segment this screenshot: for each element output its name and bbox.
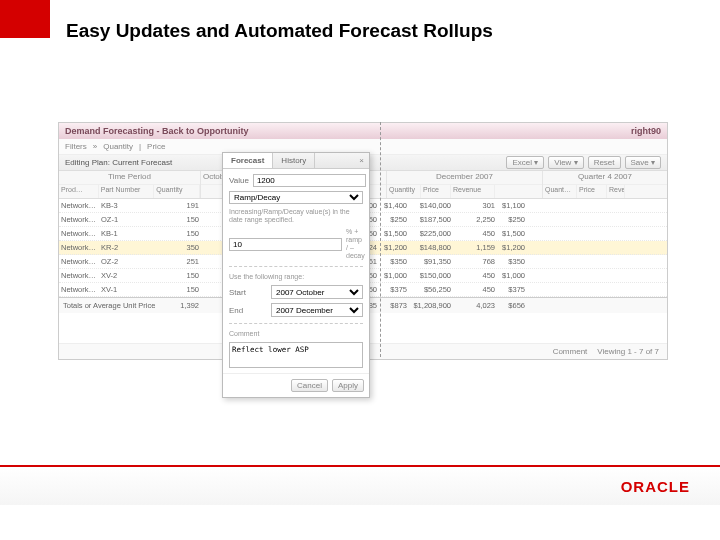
- period-4: Quarter 4 2007: [543, 171, 667, 185]
- period-left: Time Period: [59, 171, 200, 185]
- col-revenue-2[interactable]: Revenue: [451, 185, 495, 198]
- separator: |: [139, 142, 141, 151]
- filters-expand-icon[interactable]: »: [93, 142, 97, 151]
- comment-label: Comment: [229, 330, 363, 338]
- end-select[interactable]: 2007 December: [271, 303, 363, 317]
- totals-p2: $873: [379, 301, 409, 310]
- range-label: Use the following range:: [229, 273, 363, 281]
- tab-forecast[interactable]: Forecast: [223, 153, 273, 168]
- mode-hint: Increasing/Ramp/Decay value(s) in the da…: [229, 208, 363, 224]
- col-price-2[interactable]: Price: [421, 185, 451, 198]
- app-header: Demand Forecasting - Back to Opportunity…: [59, 123, 667, 139]
- col-price-3[interactable]: Price: [577, 185, 607, 198]
- totals-label: Totals or Average Unit Price: [59, 301, 155, 310]
- oracle-logo: ORACLE: [621, 478, 690, 495]
- save-button[interactable]: Save ▾: [625, 156, 661, 169]
- col-quant-3[interactable]: Quant…: [543, 185, 577, 198]
- period-3: December 2007: [387, 171, 542, 185]
- view-button[interactable]: View ▾: [548, 156, 583, 169]
- totals-p3: $656: [497, 301, 527, 310]
- col-rev-3[interactable]: Revenue: [607, 185, 625, 198]
- start-select[interactable]: 2007 October: [271, 285, 363, 299]
- forecast-popup: Forecast History × Value Ramp/Decay Incr…: [222, 152, 370, 398]
- col-product[interactable]: Prod…: [59, 185, 99, 198]
- close-icon[interactable]: ×: [354, 153, 369, 168]
- comment-textarea[interactable]: [229, 342, 363, 368]
- excel-button[interactable]: Excel ▾: [506, 156, 544, 169]
- mode-select[interactable]: Ramp/Decay: [229, 191, 363, 204]
- brand-logo: right90: [631, 126, 661, 136]
- percent-label: % + ramp / – decay: [346, 228, 365, 260]
- tab-history[interactable]: History: [273, 153, 315, 168]
- totals-q3: 4,023: [463, 301, 497, 310]
- viewing-label: Viewing 1 - 7 of 7: [597, 347, 659, 356]
- comment-link[interactable]: Comment: [553, 347, 588, 356]
- value-label: Value: [229, 176, 249, 185]
- back-link[interactable]: Back to Opportunity: [162, 126, 249, 136]
- filter-quantity[interactable]: Quantity: [103, 142, 133, 151]
- app-name: Demand Forecasting: [65, 126, 154, 136]
- editing-plan-label: Editing Plan: Current Forecast: [65, 158, 172, 167]
- end-label: End: [229, 306, 267, 315]
- slide-footer: ORACLE: [0, 465, 720, 505]
- filter-price[interactable]: Price: [147, 142, 165, 151]
- totals-qty: 1,392: [155, 301, 201, 310]
- apply-button[interactable]: Apply: [332, 379, 364, 392]
- col-quantity[interactable]: Quantity: [154, 185, 200, 198]
- cancel-button[interactable]: Cancel: [291, 379, 328, 392]
- start-label: Start: [229, 288, 267, 297]
- red-accent-block: [0, 0, 50, 38]
- col-part[interactable]: Part Number: [99, 185, 155, 198]
- percent-input[interactable]: [229, 238, 342, 251]
- slide-title: Easy Updates and Automated Forecast Roll…: [66, 20, 493, 42]
- reset-button[interactable]: Reset: [588, 156, 621, 169]
- filters-label: Filters: [65, 142, 87, 151]
- popup-tabs: Forecast History ×: [223, 153, 369, 169]
- value-input[interactable]: [253, 174, 366, 187]
- vertical-guide-line: [380, 122, 381, 357]
- col-quantity-2[interactable]: Quantity: [387, 185, 421, 198]
- totals-r2: $1,208,900: [409, 301, 453, 310]
